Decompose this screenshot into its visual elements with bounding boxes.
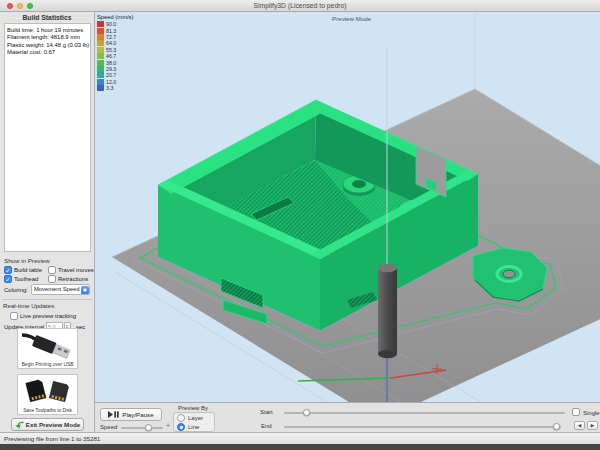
line-radio[interactable] [177, 423, 185, 431]
step-back-button[interactable]: ◀ [574, 421, 585, 430]
travel-moves-label[interactable]: Travel moves [58, 267, 94, 273]
retractions-label[interactable]: Retractions [58, 276, 88, 282]
select-caret-icon [81, 286, 89, 295]
panel-title: Build Statistics [0, 14, 94, 21]
legend-swatch [97, 28, 104, 34]
usb-card-caption: Begin Printing over USB [18, 362, 77, 367]
live-preview-tracking-label[interactable]: Live preview tracking [20, 313, 76, 319]
coloring-label: Coloring: [4, 287, 28, 293]
build-table-checkbox[interactable] [4, 266, 12, 274]
toolhead-label[interactable]: Toolhead [14, 276, 38, 282]
speed-slider[interactable] [121, 427, 163, 429]
exit-button-label: Exit Preview Mode [26, 421, 80, 428]
status-bar: Previewing file from line 1 to 35281 [0, 432, 600, 444]
speed-slider-label: Speed [100, 424, 117, 430]
end-slider[interactable] [284, 426, 561, 428]
sd-cards-icon [21, 377, 75, 405]
speed-plus-icon: + [166, 422, 170, 429]
start-slider-label: Start [260, 409, 273, 415]
legend-value: 55.3 [106, 47, 116, 53]
speed-slider-thumb[interactable] [145, 424, 152, 431]
play-pause-label: Play/Pause [122, 411, 153, 418]
begin-printing-usb-button[interactable]: Begin Printing over USB [17, 328, 78, 369]
usb-plug-icon [21, 331, 75, 359]
realtime-updates-label: Real-time Updates [3, 302, 54, 309]
legend-swatch [97, 34, 104, 40]
legend-value: 81.3 [106, 28, 116, 34]
retractions-checkbox[interactable] [48, 275, 56, 283]
toolhead-checkbox[interactable] [4, 275, 12, 283]
preview-mode-label: Preview Mode [332, 15, 371, 22]
legend-value: 3.3 [106, 85, 113, 91]
legend-value: 90.0 [106, 21, 116, 27]
back-arrow-icon [15, 421, 24, 429]
3d-viewport[interactable]: Preview Mode Speed (mm/s) 90.0 81.3 72.7… [95, 12, 600, 402]
layer-radio-label[interactable]: Layer [188, 415, 203, 421]
legend-value: 38.0 [106, 60, 116, 66]
legend-value: 46.7 [106, 53, 116, 59]
step-forward-button[interactable]: ▶ [587, 421, 598, 430]
single-line-checkbox[interactable] [572, 408, 580, 416]
play-pause-icon [108, 411, 119, 418]
coloring-select[interactable]: Movement Speed [31, 284, 90, 295]
coloring-value: Movement Speed [34, 286, 79, 292]
single-line-label: Single line o [583, 410, 600, 416]
start-slider[interactable] [284, 412, 565, 414]
legend-swatch [97, 47, 104, 53]
stat-build-time: Build time: 1 hour 19 minutes [7, 27, 88, 34]
end-slider-label: End [261, 423, 272, 429]
legend-value: 29.3 [106, 66, 116, 72]
build-statistics-panel: Build Statistics Build time: 1 hour 19 m… [0, 12, 95, 432]
stat-material-cost: Material cost: 0.67 [7, 49, 88, 56]
stat-filament-length: Filament length: 4818.9 mm [7, 34, 88, 41]
line-radio-label[interactable]: Line [188, 424, 199, 430]
exit-preview-mode-button[interactable]: Exit Preview Mode [11, 418, 84, 431]
save-toolpaths-disk-button[interactable]: Save Toolpaths to Disk [17, 374, 78, 415]
legend-swatch [97, 53, 104, 59]
legend-title: Speed (mm/s) [97, 14, 133, 20]
preview-by-label: Preview By [178, 405, 208, 411]
window-title: Simplify3D (Licensed to pedro) [0, 0, 600, 12]
viewport-3d-scene[interactable] [95, 12, 600, 402]
legend-value: 12.0 [106, 79, 116, 85]
legend-swatch [97, 40, 104, 46]
preview-control-bar: Play/Pause Speed + Preview By Layer Line… [95, 402, 600, 432]
legend-swatch [97, 85, 104, 91]
legend-swatch [97, 21, 104, 27]
legend-swatch [97, 60, 104, 66]
legend-value: 72.7 [106, 34, 116, 40]
end-slider-thumb[interactable] [553, 423, 560, 430]
legend-swatch [97, 79, 104, 85]
legend-value: 64.0 [106, 40, 116, 46]
window-titlebar: Simplify3D (Licensed to pedro) [0, 0, 600, 12]
legend-swatch [97, 72, 104, 78]
speed-legend: Speed (mm/s) 90.0 81.3 72.7 64.0 55.3 46… [97, 14, 133, 91]
layer-radio[interactable] [177, 414, 185, 422]
build-statistics-box: Build time: 1 hour 19 minutes Filament l… [4, 23, 91, 252]
play-pause-button[interactable]: Play/Pause [100, 408, 162, 421]
build-table-label[interactable]: Build table [14, 267, 42, 273]
legend-swatch [97, 66, 104, 72]
disk-card-caption: Save Toolpaths to Disk [18, 408, 77, 413]
stat-plastic-weight: Plastic weight: 14.48 g (0.03 lb) [7, 42, 88, 49]
window-bottom-edge [0, 444, 600, 450]
live-preview-tracking-checkbox[interactable] [10, 312, 18, 320]
show-in-preview-label: Show in Preview [4, 257, 50, 264]
divider [2, 299, 92, 300]
start-slider-thumb[interactable] [303, 409, 310, 416]
travel-moves-checkbox[interactable] [48, 266, 56, 274]
legend-value: 20.7 [106, 72, 116, 78]
